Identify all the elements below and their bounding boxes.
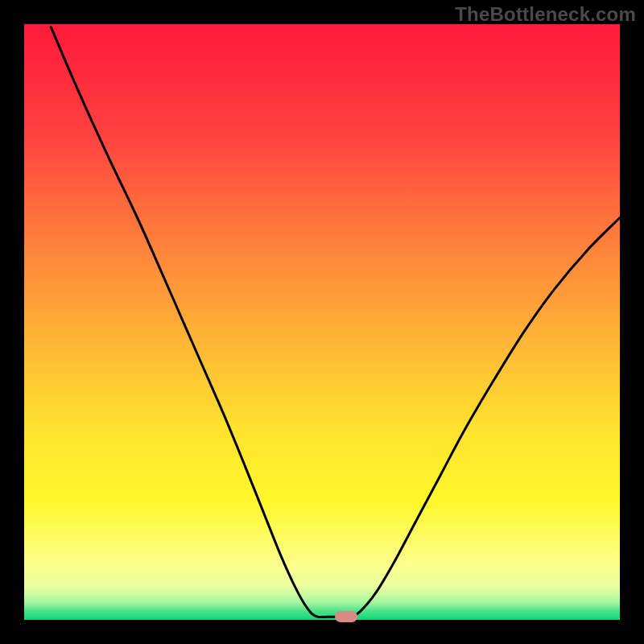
- watermark-text: TheBottleneck.com: [455, 3, 636, 26]
- plot-area: [24, 24, 620, 620]
- gradient-plot: [24, 24, 620, 620]
- optimal-point-marker: [335, 611, 357, 622]
- chart-frame: TheBottleneck.com: [0, 0, 644, 644]
